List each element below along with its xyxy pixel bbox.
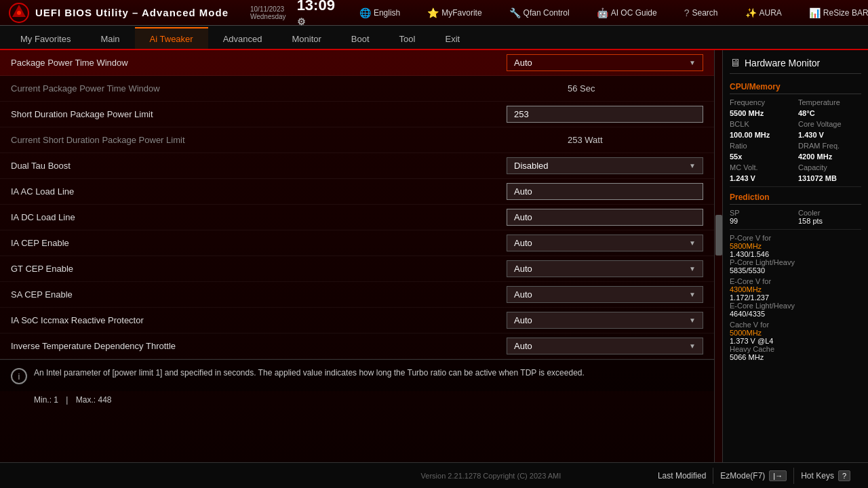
mcvolt-value: 1.243 V <box>730 174 793 182</box>
settings-gear-icon[interactable]: ⚙ <box>297 16 306 27</box>
tab-main[interactable]: Main <box>85 27 134 49</box>
last-modified-btn[interactable]: Last Modified <box>651 468 713 483</box>
footer-version: Version 2.21.1278 Copyright (C) 2023 AMI <box>331 472 651 480</box>
myfavorite-btn[interactable]: ⭐ MyFavorite <box>425 6 484 20</box>
fan-icon: 🔧 <box>509 7 521 18</box>
pcore-lh-label: P-Core Light/Heavy <box>730 258 861 266</box>
min-max-info: Min.: 1 | Max.: 448 <box>0 395 714 405</box>
ia-dc-label: IA DC Load Line <box>11 212 507 222</box>
pcore-lh-value: 5835/5530 <box>730 266 861 274</box>
freq-value: 5500 MHz <box>730 109 793 117</box>
ecore-v-freq: 4300MHz <box>730 285 861 293</box>
dropdown-arrow-0: ▼ <box>689 59 696 66</box>
nav-tabs: My Favorites Main Ai Tweaker Advanced Mo… <box>0 26 868 50</box>
dropdown-arrow-10: ▼ <box>689 317 696 324</box>
cache-v-freq: 5000MHz <box>730 329 861 337</box>
monitor-icon: 🖥 <box>730 57 741 69</box>
temp-value: 48°C <box>798 109 861 117</box>
setting-row-ia-dc: IA DC Load Line Auto <box>0 205 714 230</box>
setting-row-dual-tau: Dual Tau Boost Disabled ▼ <box>0 153 714 179</box>
setting-row-ia-cep: IA CEP Enable Auto ▼ <box>0 230 714 256</box>
setting-row-gt-cep: GT CEP Enable Auto ▼ <box>0 256 714 282</box>
search-btn[interactable]: ? Search <box>682 6 721 20</box>
ratio-value: 55x <box>730 152 793 161</box>
aura-btn[interactable]: ✨ AURA <box>743 6 785 20</box>
ai-icon: 🤖 <box>597 7 608 18</box>
ia-soc-dropdown[interactable]: Auto ▼ <box>507 312 703 329</box>
setting-row-pkg-power-window: Package Power Time Window Auto ▼ <box>0 50 714 76</box>
dramfreq-value: 4200 MHz <box>798 152 861 161</box>
ezmode-key: |→ <box>769 470 787 481</box>
tab-monitor[interactable]: Monitor <box>277 27 336 49</box>
qfan-btn[interactable]: 🔧 Qfan Control <box>507 6 572 20</box>
dropdown-arrow-11: ▼ <box>689 342 696 350</box>
language-selector[interactable]: 🌐 English <box>357 6 403 20</box>
sp-value: 99 <box>730 217 793 225</box>
heavy-cache-label: Heavy Cache <box>730 345 861 353</box>
tab-boot[interactable]: Boot <box>336 27 384 49</box>
info-text: An Intel parameter of [power limit 1] an… <box>34 367 585 379</box>
short-duration-input[interactable]: 253 <box>507 106 703 123</box>
question-icon: ? <box>684 7 690 18</box>
ia-cep-label: IA CEP Enable <box>11 238 507 248</box>
inv-temp-dropdown[interactable]: Auto ▼ <box>507 338 703 354</box>
gt-cep-dropdown[interactable]: Auto ▼ <box>507 260 703 277</box>
sa-cep-dropdown[interactable]: Auto ▼ <box>507 286 703 303</box>
ecore-lh-value: 4640/4335 <box>730 310 861 318</box>
ecore-v-value: 1.172/1.237 <box>730 293 861 302</box>
freq-label: Frequency <box>730 98 793 106</box>
cooler-value: 158 pts <box>798 217 861 225</box>
ecore-v-label: E-Core V for <box>730 277 861 285</box>
header: UEFI BIOS Utility – Advanced Mode 10/11/… <box>0 0 868 26</box>
heavy-cache-value: 5066 MHz <box>730 353 861 361</box>
ezmode-btn[interactable]: EzMode(F7) |→ <box>713 468 793 484</box>
hotkeys-btn[interactable]: Hot Keys ? <box>793 468 857 484</box>
footer-right: Last Modified EzMode(F7) |→ Hot Keys ? <box>651 468 857 484</box>
sp-cooler-row: SP 99 Cooler 158 pts <box>730 209 861 225</box>
tab-favorites[interactable]: My Favorites <box>5 27 85 49</box>
tab-aitweaker[interactable]: Ai Tweaker <box>135 27 208 49</box>
ia-ac-input[interactable]: Auto <box>507 183 703 200</box>
ia-dc-input[interactable]: Auto <box>507 209 703 226</box>
globe-icon: 🌐 <box>359 7 371 18</box>
setting-row-current-short: Current Short Duration Package Power Lim… <box>0 127 714 153</box>
dual-tau-dropdown[interactable]: Disabled ▼ <box>507 157 703 174</box>
scrollbar[interactable] <box>714 50 722 462</box>
dropdown-arrow-4: ▼ <box>689 162 696 169</box>
cpu-memory-section-title: CPU/Memory <box>730 82 861 94</box>
short-duration-label: Short Duration Package Power Limit <box>11 109 507 119</box>
tab-advanced[interactable]: Advanced <box>208 27 277 49</box>
inv-temp-label: Inverse Temperature Dependency Throttle <box>11 341 507 351</box>
svg-point-3 <box>17 11 21 15</box>
dropdown-arrow-7: ▼ <box>689 239 696 247</box>
setting-row-ia-ac: IA AC Load Line Auto <box>0 179 714 205</box>
setting-row-current-pkg-window: Current Package Power Time Window 56 Sec <box>0 76 714 102</box>
monitor-divider <box>730 186 861 187</box>
ia-soc-label: IA SoC Iccmax Reactive Protector <box>11 315 507 325</box>
scroll-thumb[interactable] <box>715 215 722 256</box>
dropdown-arrow-8: ▼ <box>689 265 696 272</box>
ecore-v-row: E-Core V for 4300MHz 1.172/1.237 E-Core … <box>730 277 861 318</box>
resizebar-btn[interactable]: 📊 ReSize BAR <box>806 6 868 20</box>
dual-tau-label: Dual Tau Boost <box>11 161 507 171</box>
pkg-power-window-label: Package Power Time Window <box>11 58 507 68</box>
ia-cep-dropdown[interactable]: Auto ▼ <box>507 235 703 251</box>
cache-v-label: Cache V for <box>730 321 861 329</box>
current-pkg-window-value: 56 Sec <box>568 83 703 94</box>
capacity-label: Capacity <box>798 163 861 171</box>
aioc-btn[interactable]: 🤖 AI OC Guide <box>594 6 660 20</box>
dropdown-arrow-9: ▼ <box>689 291 696 298</box>
tab-tool[interactable]: Tool <box>384 27 431 49</box>
tab-exit[interactable]: Exit <box>430 27 475 49</box>
corevolt-label: Core Voltage <box>798 120 861 128</box>
ratio-label: Ratio <box>730 142 793 150</box>
app-title: UEFI BIOS Utility – Advanced Mode <box>35 7 229 18</box>
cpu-memory-grid: Frequency Temperature 5500 MHz 48°C BCLK… <box>730 98 861 182</box>
pkg-power-window-dropdown[interactable]: Auto ▼ <box>507 54 703 71</box>
current-short-value: 253 Watt <box>568 135 703 145</box>
sp-label: SP <box>730 209 793 217</box>
footer: Version 2.21.1278 Copyright (C) 2023 AMI… <box>0 462 868 488</box>
mcvolt-label: MC Volt. <box>730 163 793 171</box>
resize-icon: 📊 <box>809 7 821 18</box>
hardware-monitor-panel: 🖥 Hardware Monitor CPU/Memory Frequency … <box>722 50 868 462</box>
